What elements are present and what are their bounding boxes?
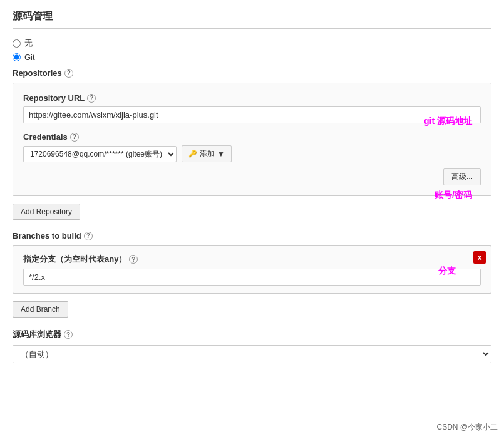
credentials-select[interactable]: 1720696548@qq.com/****** (gitee账号) xyxy=(23,146,177,162)
radio-none-label: 无 xyxy=(24,38,33,49)
branch-help-icon[interactable]: ? xyxy=(129,255,138,264)
repo-url-input[interactable] xyxy=(23,106,481,123)
branches-help-icon[interactable]: ? xyxy=(84,232,93,240)
page-container: 源码管理 无 Git Repositories ? Repository URL… xyxy=(0,0,504,373)
radio-git-label: Git xyxy=(24,53,35,62)
git-annotation: git 源码地址 xyxy=(424,116,472,127)
branch-annotation: 分支 xyxy=(438,266,456,277)
radio-git[interactable]: Git xyxy=(13,53,491,62)
source-browser-select[interactable]: （自动） xyxy=(13,345,491,363)
credentials-row: 1720696548@qq.com/****** (gitee账号) 🔑 添加 … xyxy=(23,145,481,162)
account-annotation: 账号/密码 xyxy=(435,190,472,201)
repo-url-label: Repository URL ? xyxy=(23,93,481,103)
branches-section: Branches to build ? x 指定分支（为空时代表any） ? 分… xyxy=(13,231,491,326)
dropdown-arrow-icon: ▼ xyxy=(217,150,225,158)
credentials-add-button[interactable]: 🔑 添加 ▼ xyxy=(182,145,232,162)
repo-url-help-icon[interactable]: ? xyxy=(87,94,96,103)
branch-field-label: 指定分支（为空时代表any） ? xyxy=(23,254,481,265)
watermark: CSDN @今家小二 xyxy=(436,422,498,433)
branch-input[interactable] xyxy=(23,269,481,286)
section-title: 源码管理 xyxy=(13,10,491,23)
repositories-label: Repositories ? xyxy=(13,68,491,78)
credentials-help-icon[interactable]: ? xyxy=(70,133,79,142)
repository-box: Repository URL ? git 源码地址 Credentials ? … xyxy=(13,83,491,196)
branches-label: Branches to build ? xyxy=(13,231,491,240)
radio-group: 无 Git xyxy=(13,38,491,62)
source-browser-help-icon[interactable]: ? xyxy=(64,330,73,339)
repositories-help-icon[interactable]: ? xyxy=(64,69,73,78)
advanced-button[interactable]: 高级... xyxy=(443,168,481,185)
advanced-btn-row: 高级... xyxy=(23,168,481,185)
radio-git-input[interactable] xyxy=(13,53,21,61)
credentials-label: Credentials ? xyxy=(23,132,481,142)
add-branch-button[interactable]: Add Branch xyxy=(13,301,68,318)
section-divider xyxy=(13,28,491,29)
branch-box: x 指定分支（为空时代表any） ? 分支 xyxy=(13,245,491,294)
radio-none[interactable]: 无 xyxy=(13,38,491,49)
source-browser-section: 源码库浏览器 ? （自动） xyxy=(13,329,491,363)
branch-input-wrapper: 分支 xyxy=(23,269,481,286)
radio-none-input[interactable] xyxy=(13,39,21,48)
add-repository-button[interactable]: Add Repository xyxy=(13,204,80,220)
delete-branch-button[interactable]: x xyxy=(473,251,486,264)
source-browser-label: 源码库浏览器 ? xyxy=(13,329,491,340)
key-icon: 🔑 xyxy=(188,150,197,158)
